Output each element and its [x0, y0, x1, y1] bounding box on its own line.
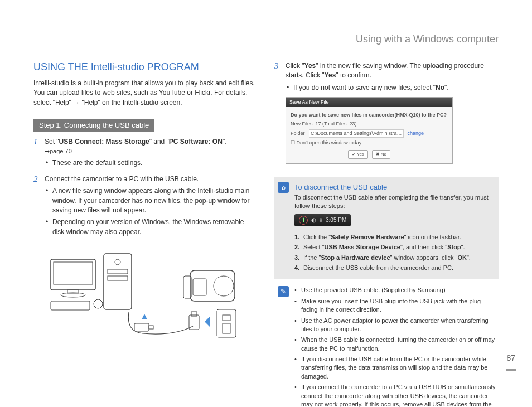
- svg-point-5: [94, 299, 103, 308]
- taskbar-strip: ⬆ ◐ ⟠ 3:05 PM: [294, 214, 351, 226]
- info-box-intro: To disconnect the USB cable after comple…: [294, 193, 492, 211]
- svg-rect-0: [51, 259, 95, 290]
- svg-rect-18: [191, 312, 197, 316]
- note-icon: ✎: [278, 286, 289, 297]
- step3-text: Click "Yes" in the new file saving windo…: [286, 62, 484, 79]
- svg-rect-16: [193, 279, 206, 295]
- steps-list: 1 Set "USB Connect: Mass Storage" and "P…: [33, 137, 258, 237]
- note-item: If you connect the camcorder to a PC via…: [294, 383, 499, 407]
- step-number: 1: [33, 137, 45, 168]
- section-title: USING THE Intelli-studio PROGRAM: [33, 61, 258, 73]
- svg-rect-10: [134, 323, 149, 331]
- dialog-checkbox[interactable]: ☐ Don't open this window today: [291, 139, 448, 147]
- svg-rect-11: [149, 326, 153, 329]
- disconnect-steps: 1.Click the "Safely Remove Hardware" ico…: [294, 233, 492, 273]
- note-item: Make sure you insert the USB plug into t…: [294, 297, 499, 314]
- step-3: 3 Click "Yes" in the new file saving win…: [274, 61, 499, 171]
- svg-point-7: [115, 259, 120, 265]
- dialog-no-button[interactable]: ✖ No: [372, 150, 390, 159]
- step2-bullet1: A new file saving window appears along w…: [45, 186, 258, 215]
- info-box-title: To disconnect the USB cable: [294, 183, 492, 191]
- page-header-title: Using with a Windows computer: [356, 33, 499, 45]
- tray-icon-generic: ⟠: [320, 217, 322, 223]
- svg-marker-19: [205, 316, 210, 327]
- header-rule: [33, 49, 499, 49]
- magnifier-icon: ⌕: [278, 182, 289, 193]
- svg-rect-1: [54, 262, 93, 284]
- svg-rect-8: [108, 269, 128, 274]
- note-item: Use the provided USB cable. (Supplied by…: [294, 286, 499, 294]
- connection-illustration: [33, 248, 258, 348]
- step-2: 2 Connect the camcorder to a PC with the…: [33, 175, 258, 237]
- svg-rect-22: [223, 323, 230, 333]
- step3-bullet: If you do not want to save any new files…: [286, 83, 499, 93]
- usb-connection-svg: [45, 248, 246, 348]
- steps-list-right: 3 Click "Yes" in the new file saving win…: [274, 61, 499, 171]
- page-number: 87: [506, 353, 515, 362]
- step2-text: Connect the camcorder to a PC with the U…: [45, 175, 199, 183]
- step1-bullet: These are the default settings.: [45, 158, 258, 168]
- step-bar: Step 1. Connecting the USB cable: [33, 119, 154, 132]
- save-dialog: Save As New File Do you want to save new…: [286, 97, 453, 164]
- right-column: 3 Click "Yes" in the new file saving win…: [274, 61, 499, 407]
- step-number: 3: [274, 61, 286, 171]
- step-number: 2: [33, 175, 45, 237]
- notes-box: ✎ Use the provided USB cable. (Supplied …: [274, 286, 499, 407]
- svg-point-14: [214, 276, 234, 296]
- side-tab-marker: [506, 369, 516, 371]
- disconnect-info-box: ⌕ To disconnect the USB cable To disconn…: [274, 177, 499, 279]
- note-item: When the USB cable is connected, turning…: [294, 336, 499, 353]
- step1-text: Set "USB Connect: Mass Storage" and "PC …: [45, 138, 226, 146]
- step-1: 1 Set "USB Connect: Mass Storage" and "P…: [33, 137, 258, 168]
- safely-remove-icon[interactable]: ⬆: [299, 216, 308, 225]
- svg-rect-9: [108, 276, 128, 280]
- dialog-change-link[interactable]: change: [408, 130, 424, 136]
- svg-rect-4: [51, 301, 90, 310]
- dialog-folder-path[interactable]: C:\Documents and Settings\Administrator\…: [309, 129, 404, 138]
- dialog-question: Do you want to save new files in camcord…: [291, 112, 448, 119]
- dialog-filecount: New Files: 17 (Total Files: 23): [291, 120, 448, 128]
- note-item: If you disconnect the USB cable from the…: [294, 355, 499, 381]
- step2-bullet2: Depending on your version of Windows, th…: [45, 217, 258, 237]
- svg-rect-13: [190, 270, 235, 301]
- dialog-folder-row: Folder C:\Documents and Settings\Adminis…: [291, 129, 448, 138]
- note-bullets: Use the provided USB cable. (Supplied by…: [294, 286, 499, 407]
- dialog-yes-button[interactable]: ✔ Yes: [348, 150, 368, 159]
- svg-rect-6: [104, 254, 132, 309]
- svg-marker-12: [142, 314, 147, 319]
- content-columns: USING THE Intelli-studio PROGRAM Intelli…: [33, 61, 499, 407]
- note-item: Use the AC power adaptor to power the ca…: [294, 317, 499, 334]
- left-column: USING THE Intelli-studio PROGRAM Intelli…: [33, 61, 258, 407]
- taskbar-time: 3:05 PM: [326, 217, 346, 223]
- page-ref: ➥page 70: [45, 147, 258, 156]
- dialog-titlebar: Save As New File: [286, 98, 452, 107]
- svg-rect-21: [223, 315, 230, 321]
- intro-paragraph: Intelli-studio is a built-in program tha…: [33, 79, 258, 108]
- tray-icon-generic: ◐: [311, 217, 316, 223]
